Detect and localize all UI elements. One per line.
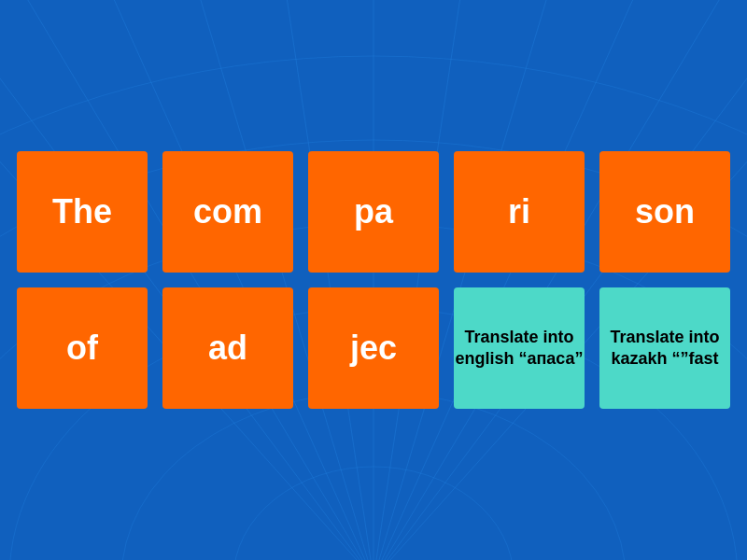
- main-content: The com pa ri son of ad jec Translate in…: [17, 151, 730, 409]
- row-2: of ad jec Translate into english “апаса”…: [17, 287, 730, 409]
- tile-com[interactable]: com: [162, 151, 293, 273]
- tile-ri[interactable]: ri: [454, 151, 585, 273]
- tile-ad[interactable]: ad: [162, 287, 293, 409]
- tile-translate-kazakh[interactable]: Translate into kazakh “”fast: [599, 287, 730, 409]
- tile-son[interactable]: son: [599, 151, 730, 273]
- tile-pa[interactable]: pa: [308, 151, 439, 273]
- tile-the[interactable]: The: [17, 151, 148, 273]
- row-1: The com pa ri son: [17, 151, 730, 273]
- tile-of[interactable]: of: [17, 287, 148, 409]
- tile-jec[interactable]: jec: [308, 287, 439, 409]
- tile-translate-english[interactable]: Translate into english “апаса”: [454, 287, 585, 409]
